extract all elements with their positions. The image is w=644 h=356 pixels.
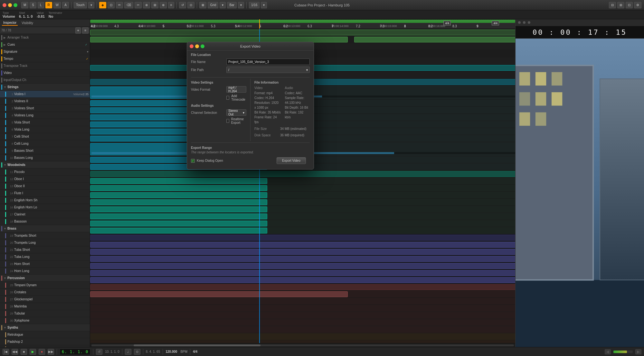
range-tool[interactable]: ⊡ [108, 2, 115, 8]
scrollbar-track[interactable] [91, 344, 514, 346]
track-english-horn-sh[interactable]: 15 English Horn Sh [0, 197, 90, 204]
track-retrologue[interactable]: Retrologue [0, 331, 90, 338]
track-timpani[interactable]: 25 Timpani Dynam [0, 282, 90, 289]
erase-tool[interactable]: ⌫ [124, 2, 133, 8]
video-format-select[interactable]: mp4 / H.264 [226, 86, 246, 93]
draw-tool[interactable]: ✏ [116, 2, 123, 8]
track-viola-short[interactable]: 5 Viola Short [0, 119, 90, 126]
track-tuba-long[interactable]: 22 Tuba Long [0, 253, 90, 260]
window-layout-2[interactable]: ⊞ [617, 2, 624, 8]
grid-label[interactable]: Grid [208, 2, 218, 8]
track-cues[interactable]: ▶ Cues ✓ [0, 41, 90, 48]
track-flute-i[interactable]: 14 Flute I [0, 190, 90, 197]
track-synths-group[interactable]: ▼ Synths [0, 324, 90, 331]
add-timecode-checkbox[interactable] [226, 96, 229, 100]
mode-w-button[interactable]: W [53, 2, 61, 8]
track-xylophone[interactable]: 30 Xylophone [0, 317, 90, 324]
track-percussion-group[interactable]: ▼ Percussion [0, 275, 90, 282]
touch-mode-button[interactable]: Touch [74, 2, 87, 8]
track-basses-long[interactable]: 10 Basses Long [0, 154, 90, 161]
scrollbar-thumb[interactable] [134, 344, 260, 346]
file-name-input[interactable] [226, 59, 310, 65]
mode-l-button[interactable]: L [38, 2, 44, 8]
track-celli-short[interactable]: 7 Celli Short [0, 133, 90, 140]
bar-dropdown[interactable]: ▾ [238, 2, 244, 8]
track-arranger[interactable]: ▶ Arranger Track [0, 34, 90, 41]
back-to-start-btn[interactable]: |◀ [3, 349, 9, 355]
track-transpose[interactable]: Transpose Track [0, 62, 90, 69]
split-tool[interactable]: ✂ [135, 2, 142, 8]
track-trumpets-short[interactable]: 19 Trumpets Short [0, 232, 90, 239]
track-crotales[interactable]: 26 Crotales [0, 289, 90, 296]
dialog-close[interactable] [190, 44, 194, 48]
track-filter-btn[interactable]: ≡ [82, 27, 89, 34]
export-video-button[interactable]: Export Video [277, 157, 306, 164]
master-level[interactable] [613, 351, 633, 353]
track-oboe-i[interactable]: 12 Oboe I [0, 176, 90, 183]
track-horn-short[interactable]: 23 Horn Short [0, 260, 90, 268]
track-celli-long[interactable]: 8 Celli Long [0, 140, 90, 147]
track-brass-group[interactable]: ▼ Brass [0, 225, 90, 232]
track-clarinet[interactable]: 17 Clarinet [0, 211, 90, 218]
quantize-label[interactable]: 1/16 [249, 2, 260, 8]
track-viola-long[interactable]: 6 Viola Long [0, 126, 90, 133]
mode-a-button[interactable]: A [62, 2, 69, 8]
sync-btn[interactable]: ⊙ [134, 349, 140, 355]
master-vol-btn-r[interactable]: ▷ [635, 349, 641, 354]
stop-btn[interactable]: ■ [21, 349, 27, 355]
track-tuba-short[interactable]: 21 Tuba Short [0, 246, 90, 253]
keep-dialog-checkbox[interactable]: ✓ [191, 159, 195, 163]
track-violines-ii[interactable]: 2 Violines II [0, 98, 90, 105]
track-tempo[interactable]: Tempo ✓ [0, 55, 90, 62]
track-strings-group[interactable]: ▼ Strings [0, 84, 90, 91]
timeline-ruler[interactable]: 00:00:09:000 00:00:10:000 00:00:11:000 0… [90, 19, 515, 29]
track-tubular[interactable]: 29 Tubular [0, 310, 90, 317]
close-button[interactable] [3, 3, 6, 7]
realtime-export-checkbox[interactable] [226, 119, 229, 123]
maximize-button[interactable] [14, 3, 17, 7]
track-oboe-ii[interactable]: 13 Oboe II [0, 183, 90, 190]
quantize-dropdown[interactable]: ▾ [261, 2, 267, 8]
mode-m-button[interactable]: M [21, 2, 28, 8]
visibility-tab[interactable]: Visibility [20, 21, 34, 25]
rewind-btn[interactable]: ◀◀ [12, 349, 18, 355]
track-basses-short[interactable]: 9 Basses Short [0, 147, 90, 154]
click-btn[interactable]: ♩ [125, 349, 131, 355]
track-marimba[interactable]: 28 Marimba [0, 303, 90, 310]
loop-btn[interactable]: ↺ [179, 2, 186, 8]
track-english-horn-lo[interactable]: 16 English Horn Lo [0, 204, 90, 211]
add-track-btn[interactable]: + [75, 27, 81, 34]
play-btn[interactable]: ▶ [30, 349, 36, 355]
track-glockenspiel[interactable]: 27 Glockenspiel [0, 296, 90, 303]
track-io[interactable]: Input/Output Ch [0, 77, 90, 84]
bar-label[interactable]: Bar [227, 2, 237, 8]
minimize-button[interactable] [8, 3, 12, 7]
record-btn[interactable]: ● [39, 349, 45, 355]
window-layout-1[interactable]: ⊟ [609, 2, 616, 8]
track-piano[interactable]: Piano [0, 345, 90, 347]
grid-dropdown[interactable]: ▾ [220, 2, 226, 8]
select-tool[interactable]: ◈ [99, 2, 106, 8]
track-violins-i[interactable]: 1 Violins I Volume 2.35 [0, 91, 90, 98]
zoom-tool[interactable]: ⊞ [151, 2, 158, 8]
track-trumpets-long[interactable]: 20 Trumpets Long [0, 239, 90, 246]
master-vol-btn[interactable]: ◁ [605, 349, 611, 354]
punch-btn[interactable]: ⊙ [187, 2, 194, 8]
mute-tool[interactable]: ⊗ [160, 2, 167, 8]
track-signature[interactable]: Signature ▾ [0, 48, 90, 55]
track-horn-long[interactable]: 24 Horn Long [0, 268, 90, 275]
forward-btn[interactable]: ▶▶ [48, 349, 54, 355]
track-bassoon[interactable]: 18 Bassoon [0, 218, 90, 225]
inspector-tab[interactable]: Inspector [2, 20, 18, 26]
snap-btn[interactable]: ⊠ [199, 2, 206, 8]
dialog-minimize[interactable] [195, 44, 199, 48]
mode-s-button[interactable]: S [30, 2, 36, 8]
comp-tool[interactable]: ≡ [168, 2, 175, 8]
track-piccolo[interactable]: 11 Piccolo [0, 169, 90, 176]
mode-r-button[interactable]: R [45, 2, 52, 8]
glue-tool[interactable]: ⊕ [143, 2, 150, 8]
scrollbar-horizontal[interactable] [90, 343, 515, 347]
window-layout-3[interactable]: ⊡ [626, 2, 633, 8]
track-video[interactable]: Video [0, 69, 90, 77]
file-path-select[interactable]: / ▾ [226, 67, 310, 73]
